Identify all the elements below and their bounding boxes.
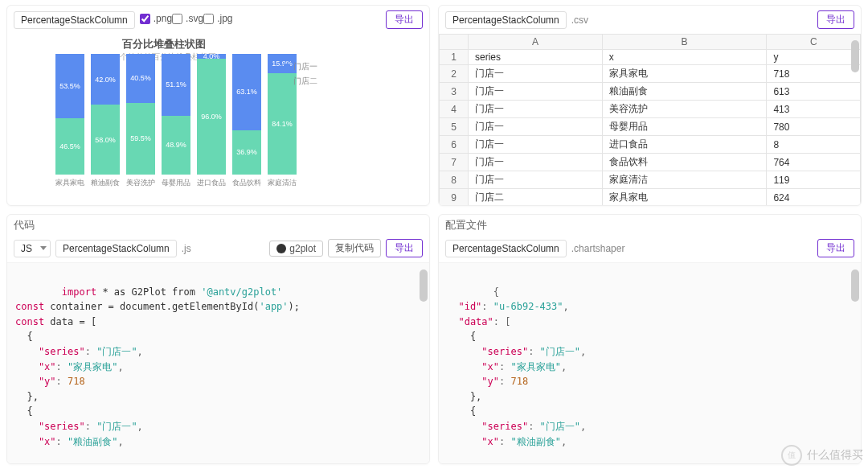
chevron-down-icon — [40, 246, 47, 250]
table-cell[interactable]: 780 — [767, 118, 861, 136]
code-language-select[interactable]: JS — [14, 240, 51, 257]
table-row[interactable]: 4门店一美容洗护413 — [440, 101, 861, 118]
format-checkbox[interactable]: .jpg — [203, 13, 232, 24]
csv-ext-label: .csv — [571, 14, 588, 26]
table-cell[interactable]: 413 — [767, 101, 861, 118]
scrollbar-thumb[interactable] — [851, 40, 859, 72]
code-ext-label: .js — [182, 243, 191, 254]
chart-bar: 58.0%42.0%粮油副食 — [91, 54, 120, 188]
code-section-title: 代码 — [7, 215, 429, 234]
table-row[interactable]: 3门店一粮油副食613 — [440, 83, 861, 101]
table-row[interactable]: 9门店二家具家电624 — [440, 189, 861, 206]
format-checkbox[interactable]: .png — [140, 13, 172, 24]
table-cell[interactable]: 家具家电 — [602, 189, 767, 206]
csv-panel-header: PercentageStackColumn .csv 导出 — [439, 6, 861, 34]
code-filename-input[interactable]: PercentageStackColumn — [55, 240, 177, 257]
g2plot-link-button[interactable]: g2plot — [269, 241, 323, 257]
export-csv-button[interactable]: 导出 — [817, 10, 854, 29]
table-cell[interactable]: y — [767, 50, 861, 65]
code-panel-header: JS PercentageStackColumn .js g2plot 复制代码… — [7, 234, 429, 263]
table-cell[interactable]: 624 — [767, 189, 861, 206]
chart-bar: 36.9%63.1%食品饮料 — [232, 54, 261, 188]
table-cell[interactable]: 613 — [767, 83, 861, 101]
table-row[interactable]: 6门店一进口食品8 — [440, 136, 861, 154]
table-cell[interactable]: 进口食品 — [602, 136, 767, 154]
table-cell[interactable]: 119 — [767, 171, 861, 189]
chart-bar: 96.0%4.0%进口食品 — [197, 54, 226, 188]
table-cell[interactable]: 门店二 — [469, 189, 603, 206]
image-filename-input[interactable]: PercentageStackColumn — [14, 11, 135, 29]
csv-table: ABC1seriesxy2门店一家具家电7183门店一粮油副食6134门店一美容… — [439, 34, 861, 205]
table-cell[interactable]: 门店一 — [469, 101, 603, 118]
table-cell[interactable]: x — [602, 50, 767, 65]
config-panel: 配置文件 PercentageStackColumn .chartshaper … — [438, 214, 862, 464]
table-cell[interactable]: 门店一 — [469, 171, 603, 189]
image-panel-header: PercentageStackColumn .png.svg.jpg 导出 — [7, 6, 429, 34]
chart-preview-body: 百分比堆叠柱状图 一个简单的百分比堆叠柱状图 46.5%53.5%家具家电58.… — [7, 34, 429, 205]
code-editor[interactable]: import * as G2Plot from '@antv/g2plot' c… — [7, 263, 429, 463]
copy-code-button[interactable]: 复制代码 — [328, 239, 381, 257]
table-row[interactable]: 2门店一家具家电718 — [440, 65, 861, 83]
chart-bar: 59.5%40.5%美容洗护 — [126, 54, 155, 188]
chart-title: 百分比堆叠柱状图 — [55, 37, 272, 51]
table-cell[interactable]: 母婴用品 — [602, 118, 767, 136]
table-row[interactable]: 7门店一食品饮料764 — [440, 154, 861, 171]
chart-bar: 48.9%51.1%母婴用品 — [162, 54, 190, 188]
table-cell[interactable]: 764 — [767, 154, 861, 171]
scrollbar-thumb[interactable] — [420, 269, 428, 302]
table-cell[interactable]: 8 — [767, 136, 861, 154]
table-row[interactable]: 8门店一家庭清洁119 — [440, 171, 861, 189]
scrollbar-thumb[interactable] — [851, 269, 859, 302]
table-cell[interactable]: 门店一 — [469, 83, 603, 101]
config-section-title: 配置文件 — [439, 215, 861, 234]
table-cell[interactable]: series — [469, 50, 603, 65]
export-config-button[interactable]: 导出 — [817, 239, 854, 257]
table-cell[interactable]: 门店一 — [469, 154, 603, 171]
csv-filename-input[interactable]: PercentageStackColumn — [445, 11, 567, 29]
export-code-button[interactable]: 导出 — [386, 239, 423, 257]
table-row[interactable]: 5门店一母婴用品780 — [440, 118, 861, 136]
config-filename-input[interactable]: PercentageStackColumn — [445, 240, 567, 257]
table-cell[interactable]: 家具家电 — [602, 65, 767, 83]
table-cell[interactable]: 门店一 — [469, 65, 603, 83]
table-cell[interactable]: 粮油副食 — [602, 83, 767, 101]
config-ext-label: .chartshaper — [571, 243, 625, 254]
table-row[interactable]: 1seriesxy — [440, 50, 861, 65]
config-panel-header: PercentageStackColumn .chartshaper 导出 — [439, 234, 861, 263]
legend-item: 门店一 — [284, 61, 317, 72]
image-export-panel: PercentageStackColumn .png.svg.jpg 导出 百分… — [6, 5, 430, 206]
table-cell[interactable]: 门店一 — [469, 118, 603, 136]
chart: 百分比堆叠柱状图 一个简单的百分比堆叠柱状图 46.5%53.5%家具家电58.… — [55, 37, 272, 200]
config-editor[interactable]: { "id": "u-6b92-433", "data": [ { "serie… — [439, 263, 861, 463]
table-cell[interactable]: 美容洗护 — [602, 101, 767, 118]
table-cell[interactable]: 718 — [767, 65, 861, 83]
format-checkbox[interactable]: .svg — [172, 13, 203, 24]
code-panel: 代码 JS PercentageStackColumn .js g2plot 复… — [6, 214, 430, 464]
table-cell[interactable]: 家庭清洁 — [602, 171, 767, 189]
table-cell[interactable]: 食品饮料 — [602, 154, 767, 171]
legend-item: 门店二 — [284, 76, 317, 87]
export-image-button[interactable]: 导出 — [386, 10, 423, 29]
table-cell[interactable]: 门店一 — [469, 136, 603, 154]
github-icon — [276, 244, 286, 253]
csv-table-scroll[interactable]: ABC1seriesxy2门店一家具家电7183门店一粮油副食6134门店一美容… — [439, 34, 861, 205]
chart-legend: 门店一门店二 — [284, 61, 317, 200]
chart-bar: 46.5%53.5%家具家电 — [55, 54, 84, 188]
csv-panel: PercentageStackColumn .csv 导出 ABC1series… — [438, 5, 862, 206]
